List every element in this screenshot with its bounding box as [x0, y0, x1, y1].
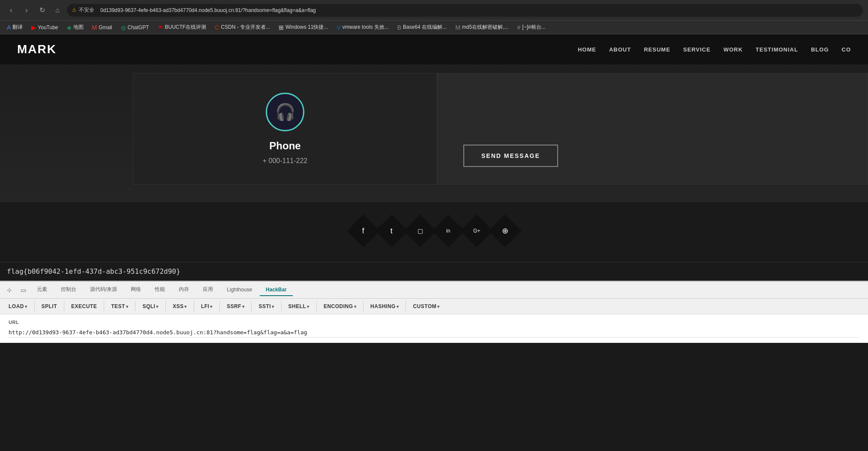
hashing-arrow: ▾	[396, 304, 399, 309]
shell-button[interactable]: SHELL ▾	[285, 302, 313, 311]
facebook-social-icon[interactable]: f	[347, 215, 379, 247]
nav-work[interactable]: WORK	[724, 46, 743, 53]
encoding-arrow: ▾	[354, 304, 357, 309]
phone-icon-wrapper: 🎧	[266, 93, 304, 131]
nav-blog[interactable]: BLOG	[811, 46, 829, 53]
divider-4	[135, 301, 135, 312]
bookmark-youtube[interactable]: ▶ YouTube	[28, 23, 61, 32]
gmail-icon: M	[92, 24, 97, 31]
ssrf-button[interactable]: SSRF ▾	[223, 302, 248, 311]
headphone-icon: 🎧	[275, 103, 295, 121]
divider-10	[316, 301, 317, 312]
custom-button[interactable]: CUSTOM ▾	[409, 302, 443, 311]
maps-icon: ◈	[67, 24, 72, 31]
sqli-button[interactable]: SQLI ▾	[139, 302, 162, 311]
address-bar[interactable]: ⚠ 不安全 0d139d93-9637-4efe-b463-ad37bd4770…	[67, 4, 863, 17]
dribbble-icon: ⊕	[502, 226, 508, 236]
home-button[interactable]: ⌂	[51, 4, 63, 16]
ssti-button[interactable]: SSTI ▾	[255, 302, 277, 311]
lfi-arrow: ▾	[210, 304, 213, 309]
forward-button[interactable]: ›	[21, 4, 33, 16]
phone-number: + 000-111-222	[263, 157, 308, 165]
bookmark-csdn[interactable]: C CSDN - 专业开发者...	[211, 23, 273, 32]
send-message-button[interactable]: SEND MESSAGE	[463, 145, 558, 167]
lfi-button[interactable]: LFI ▾	[198, 302, 216, 311]
split-button[interactable]: SPLIT	[38, 302, 61, 311]
tab-memory[interactable]: 内存	[173, 283, 195, 297]
divider-9	[281, 301, 282, 312]
tab-performance[interactable]: 性能	[149, 283, 171, 297]
bookmark-buuctf[interactable]: ⚑ BUUCTF在线评测	[154, 23, 210, 32]
nav-service[interactable]: SERVICE	[683, 46, 711, 53]
translate-icon: A	[7, 24, 11, 31]
dribbble-social-icon[interactable]: ⊕	[488, 215, 521, 247]
divider-12	[405, 301, 406, 312]
bookmark-gmail[interactable]: M Gmail	[89, 23, 116, 32]
back-button[interactable]: ‹	[5, 4, 17, 16]
twitter-social-icon[interactable]: t	[375, 215, 408, 247]
tab-elements[interactable]: 元素	[31, 283, 53, 297]
bookmarks-bar: A 翻译 ▶ YouTube ◈ 地图 M Gmail ◎ ChatGPT ⚑ …	[0, 21, 868, 34]
divider-2	[64, 301, 64, 312]
twitter-icon: t	[390, 226, 393, 235]
nav-home[interactable]: HOME	[578, 46, 596, 53]
nav-about[interactable]: ABOUT	[609, 46, 631, 53]
linkedin-social-icon[interactable]: in	[432, 215, 464, 247]
buuctf-icon: ⚑	[158, 24, 163, 31]
url-label: URL	[9, 320, 859, 325]
tab-sources[interactable]: 源代码/来源	[84, 283, 123, 297]
bookmark-chatgpt[interactable]: ◎ ChatGPT	[117, 23, 153, 32]
hashing-button[interactable]: HASHING ▾	[367, 302, 402, 311]
tab-lighthouse[interactable]: Lighthouse	[221, 284, 258, 296]
test-button[interactable]: TEST ▾	[108, 302, 132, 311]
xss-arrow: ▾	[184, 304, 187, 309]
youtube-label: YouTube	[38, 24, 58, 30]
nav-resume[interactable]: RESUME	[644, 46, 670, 53]
facebook-icon: f	[362, 226, 364, 235]
tab-hackbar[interactable]: HackBar	[260, 284, 293, 296]
tab-console[interactable]: 控制台	[55, 283, 82, 297]
xss-button[interactable]: XSS ▾	[169, 302, 190, 311]
encoding-button[interactable]: ENCODING ▾	[320, 302, 360, 311]
bookmark-root[interactable]: # [~]#榕台...	[514, 23, 549, 32]
bookmark-base64[interactable]: B Base64 在线编解...	[394, 23, 450, 32]
bookmark-translate[interactable]: A 翻译	[3, 23, 26, 32]
nav-testimonial[interactable]: TESTIMONIAL	[756, 46, 798, 53]
site-footer: f t ▢ in G+ ⊕	[0, 202, 868, 260]
sqli-arrow: ▾	[156, 304, 159, 309]
contact-form-panel: SEND MESSAGE	[437, 73, 868, 185]
bookmark-win11[interactable]: ⊞ Windows 11快捷...	[275, 23, 331, 32]
shell-arrow: ▾	[307, 304, 309, 309]
nav-co[interactable]: CO	[842, 46, 851, 53]
bookmark-maps[interactable]: ◈ 地图	[63, 23, 87, 32]
bookmark-md5[interactable]: M md5在线解密破解,...	[452, 23, 512, 32]
tab-application[interactable]: 应用	[197, 283, 219, 297]
base64-icon: B	[397, 24, 401, 31]
load-arrow: ▾	[25, 304, 27, 309]
execute-button[interactable]: EXECUTE	[68, 302, 100, 311]
load-button[interactable]: LOAD ▾	[5, 302, 31, 311]
divider-8	[251, 301, 252, 312]
instagram-icon: ▢	[417, 227, 423, 234]
tab-network[interactable]: 网络	[125, 283, 147, 297]
hackbar-area: LOAD ▾ SPLIT EXECUTE TEST ▾ SQLI ▾	[0, 299, 868, 343]
bookmark-vmware[interactable]: V vmware tools 失效...	[333, 23, 392, 32]
website-area: MARK HOME ABOUT RESUME SERVICE WORK TEST…	[0, 34, 868, 262]
divider-6	[194, 301, 194, 312]
ssti-arrow: ▾	[272, 304, 274, 309]
url-input[interactable]	[9, 327, 859, 338]
root-icon: #	[517, 24, 521, 31]
flag-text: flag{b06f9042-1efd-437d-abc3-951c9c672d9…	[7, 267, 180, 275]
hackbar-url-section: URL	[0, 315, 868, 343]
devtools-device-icon[interactable]: ▭	[17, 284, 29, 296]
devtools-cursor-icon[interactable]: ⊹	[3, 284, 15, 296]
instagram-social-icon[interactable]: ▢	[403, 215, 436, 247]
divider-1	[34, 301, 35, 312]
md5-icon: M	[455, 24, 460, 31]
googleplus-social-icon[interactable]: G+	[460, 215, 493, 247]
devtools-tabs-bar: ⊹ ▭ 元素 控制台 源代码/来源 网络 性能 内存 应用 Lighthouse…	[0, 281, 868, 299]
devtools-panel: ⊹ ▭ 元素 控制台 源代码/来源 网络 性能 内存 应用 Lighthouse…	[0, 281, 868, 343]
reload-button[interactable]: ↻	[36, 4, 48, 16]
linkedin-icon: in	[446, 228, 450, 234]
content-section: 🎧 Phone + 000-111-222 SEND MESSAGE	[0, 64, 868, 202]
